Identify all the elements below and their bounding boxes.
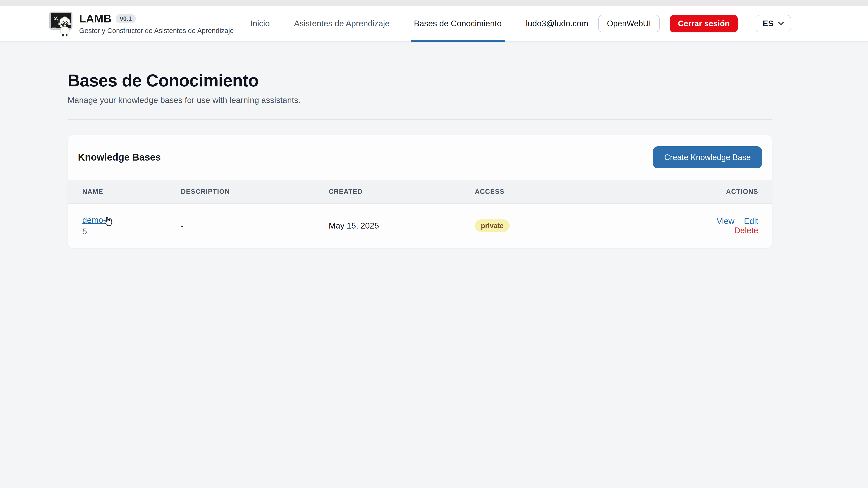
chevron-down-icon — [778, 22, 784, 25]
brand[interactable]: LAMB v0.1 Gestor y Constructor de Asiste… — [49, 6, 234, 41]
card-title: Knowledge Bases — [78, 152, 161, 163]
page-subtitle: Manage your knowledge bases for use with… — [68, 96, 772, 105]
brand-text: LAMB v0.1 Gestor y Constructor de Asiste… — [79, 12, 234, 35]
language-selected: ES — [763, 19, 774, 28]
logout-button[interactable]: Cerrar sesión — [670, 15, 738, 33]
lamb-blackboard-logo-icon — [49, 10, 73, 37]
openwebui-button[interactable]: OpenWebUI — [598, 15, 660, 33]
kb-document-count: 5 — [83, 227, 181, 236]
brand-tagline: Gestor y Constructor de Asistentes de Ap… — [79, 27, 234, 35]
pointing-hand-cursor-icon — [103, 216, 114, 228]
table-row: demo-ia 5 - May 15, 2025 private View Ed… — [68, 203, 772, 248]
column-header-description: DESCRIPTION — [181, 180, 329, 203]
access-badge: private — [475, 220, 510, 232]
kb-created-date: May 15, 2025 — [329, 203, 475, 248]
column-header-actions: ACTIONS — [685, 180, 772, 203]
nav-item-inicio[interactable]: Inicio — [250, 6, 270, 41]
browser-viewport: LAMB v0.1 Gestor y Constructor de Asiste… — [0, 0, 868, 488]
kb-description: - — [181, 203, 329, 248]
knowledge-bases-card: Knowledge Bases Create Knowledge Base NA… — [68, 134, 772, 249]
column-header-access: ACCESS — [475, 180, 685, 203]
table-header-row: NAME DESCRIPTION CREATED ACCESS ACTIONS — [68, 180, 772, 203]
column-header-created: CREATED — [329, 180, 475, 203]
divider — [68, 119, 772, 120]
column-header-name: NAME — [68, 180, 181, 203]
edit-action-link[interactable]: Edit — [744, 217, 758, 226]
kb-name-link[interactable]: demo-ia — [83, 216, 181, 225]
knowledge-bases-table: NAME DESCRIPTION CREATED ACCESS ACTIONS … — [68, 180, 772, 248]
user-email: ludo3@ludo.com — [526, 19, 588, 28]
nav-item-asistentes[interactable]: Asistentes de Aprendizaje — [294, 6, 390, 41]
brand-name: LAMB — [79, 12, 112, 25]
nav-item-bases-de-conocimiento[interactable]: Bases de Conocimiento — [414, 6, 502, 41]
version-badge: v0.1 — [116, 14, 135, 23]
app-header: LAMB v0.1 Gestor y Constructor de Asiste… — [0, 6, 868, 41]
card-header: Knowledge Bases Create Knowledge Base — [68, 135, 772, 180]
create-knowledge-base-button[interactable]: Create Knowledge Base — [653, 147, 762, 168]
language-selector[interactable]: ES — [756, 15, 791, 33]
header-right: ludo3@ludo.com OpenWebUI Cerrar sesión E… — [526, 6, 791, 41]
view-action-link[interactable]: View — [717, 217, 735, 226]
main-nav: Inicio Asistentes de Aprendizaje Bases d… — [250, 6, 502, 41]
delete-action-link[interactable]: Delete — [734, 226, 758, 235]
main-content: Bases de Conocimiento Manage your knowle… — [68, 41, 772, 249]
page-title: Bases de Conocimiento — [68, 71, 772, 91]
window-top-strip — [0, 0, 868, 6]
